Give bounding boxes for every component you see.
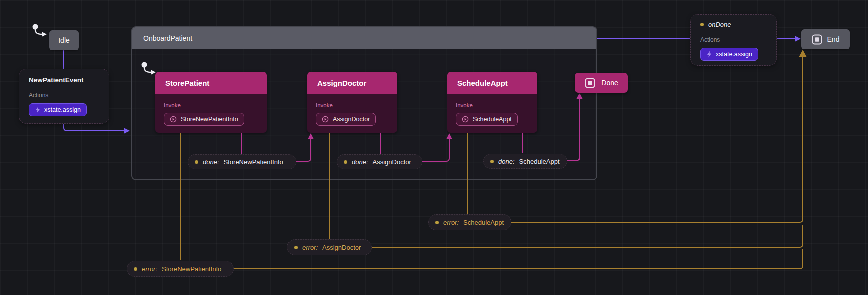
transition-label-done-store[interactable]: done: StoreNewPatientInfo [188,154,296,169]
state-body: Invoke ScheduleAppt [447,94,537,133]
play-icon [170,116,177,123]
action-chip-xstate-assign[interactable]: xstate.assign [700,48,758,61]
transition-target: AssignDoctor [322,244,361,251]
transition-target: ScheduleAppt [519,158,560,165]
compound-state-header[interactable]: OnboardPatient [132,27,596,49]
action-label: xstate.assign [716,51,752,58]
state-node-assign-doctor[interactable]: AssignDoctor Invoke AssignDoctor [307,72,397,133]
event-title-row: onDone [700,21,767,28]
transition-dot-icon [134,267,137,271]
state-node-schedule-appt[interactable]: ScheduleAppt Invoke ScheduleAppt [447,72,537,133]
lightning-icon [706,51,712,58]
transition-keyword: done: [203,158,219,166]
state-header[interactable]: ScheduleAppt [447,72,537,94]
transition-keyword: done: [498,158,515,165]
transition-label-error-store[interactable]: error: StoreNewPatientInfo [127,261,234,277]
state-title: StorePatient [165,79,209,87]
transition-label-done-assign[interactable]: done: AssignDoctor [337,154,422,169]
state-title: Done [601,79,618,87]
transition-keyword: error: [443,219,459,226]
transition-target: ScheduleAppt [463,219,504,226]
event-dot-icon [700,23,704,26]
invoke-chip-schedule-appt[interactable]: ScheduleAppt [456,113,518,126]
invoke-heading: Invoke [164,102,258,108]
transition-keyword: error: [302,244,318,251]
invoke-heading: Invoke [316,102,389,108]
event-title: NewPatientEvent [29,76,99,84]
action-label: xstate.assign [44,106,81,113]
invoke-service-label: StoreNewPatientInfo [181,116,238,123]
play-icon [322,116,329,123]
transition-dot-icon [344,160,347,164]
event-node-new-patient[interactable]: NewPatientEvent Actions xstate.assign [19,69,109,124]
state-title: OnboardPatient [143,34,192,42]
state-machine-canvas: Idle NewPatientEvent Actions xstate.assi… [0,0,868,295]
lightning-icon [35,106,41,113]
event-title: onDone [708,21,731,28]
transition-keyword: done: [352,158,368,166]
transition-target: StoreNewPatientInfo [224,158,283,166]
initial-state-icon [139,60,157,76]
transition-target: StoreNewPatientInfo [162,265,221,273]
state-header[interactable]: StorePatient [155,72,267,94]
transition-dot-icon [490,160,494,163]
state-node-idle[interactable]: Idle [49,30,79,50]
state-body: Invoke AssignDoctor [307,94,397,133]
actions-heading: Actions [700,36,767,43]
transition-dot-icon [294,246,298,249]
state-title: Idle [58,36,70,44]
state-node-done[interactable]: Done [575,73,628,93]
state-node-end[interactable]: End [801,29,850,49]
transition-target: AssignDoctor [373,158,411,166]
final-state-icon [812,34,822,45]
error-arrowhead [799,50,807,57]
transition-keyword: error: [142,265,157,273]
state-node-store-patient[interactable]: StorePatient Invoke StoreNewPatientInfo [155,72,267,133]
transition-label-error-assign[interactable]: error: AssignDoctor [287,239,372,255]
play-icon [462,116,469,123]
invoke-service-label: ScheduleAppt [473,116,512,123]
final-state-icon [585,78,595,88]
invoke-chip-assign-doctor[interactable]: AssignDoctor [316,113,376,126]
action-chip-xstate-assign[interactable]: xstate.assign [29,103,87,116]
invoke-service-label: AssignDoctor [333,116,370,123]
transition-label-done-schedule[interactable]: done: ScheduleAppt [483,154,567,169]
event-node-on-done[interactable]: onDone Actions xstate.assign [690,14,777,66]
transition-label-error-schedule[interactable]: error: ScheduleAppt [428,214,511,230]
state-title: AssignDoctor [317,79,366,87]
invoke-chip-store-new-patient-info[interactable]: StoreNewPatientInfo [164,113,244,126]
transition-dot-icon [435,221,439,224]
actions-heading: Actions [29,92,99,99]
state-header[interactable]: AssignDoctor [307,72,397,94]
transition-dot-icon [195,160,198,164]
state-title: ScheduleAppt [457,79,508,87]
state-title: End [827,35,840,43]
initial-state-icon [30,22,48,38]
state-body: Invoke StoreNewPatientInfo [155,94,267,133]
invoke-heading: Invoke [456,102,529,108]
